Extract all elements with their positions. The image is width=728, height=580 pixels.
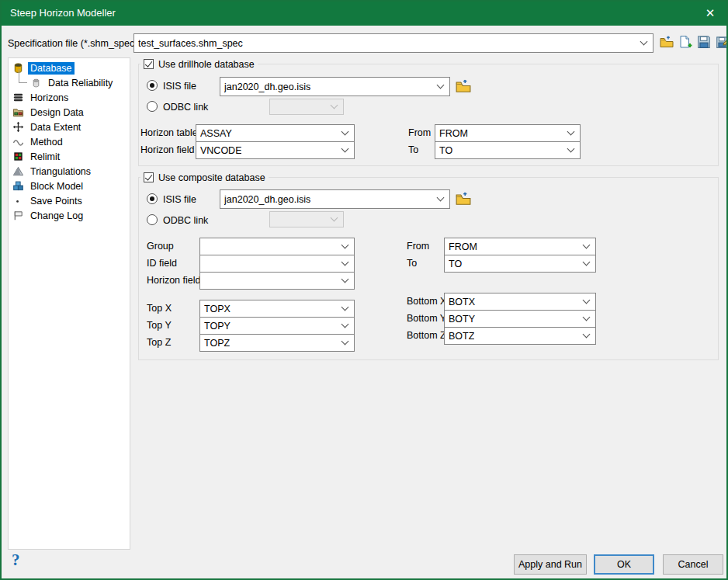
bottom-z-label: Bottom Z <box>407 330 446 342</box>
composite-odbc-combobox <box>269 211 344 227</box>
tree-item-label: Block Model <box>28 180 85 193</box>
spec-file-value: test_surfaces.shm_spec <box>138 38 243 49</box>
chevron-down-icon <box>567 128 575 136</box>
tree-item-label: Change Log <box>28 210 85 222</box>
chevron-down-icon <box>437 82 445 89</box>
top-x-label: Top X <box>147 303 172 314</box>
tree-item-data-reliability[interactable]: Data Reliability <box>9 75 130 90</box>
chevron-down-icon <box>331 214 338 222</box>
horizon-field-combobox[interactable]: VNCODE <box>196 141 355 159</box>
open-folder-icon[interactable] <box>659 34 674 50</box>
change-log-icon <box>12 210 24 221</box>
tree-item-triangulations[interactable]: Triangulations <box>9 164 130 179</box>
composite-to-combobox[interactable]: TO <box>444 255 596 273</box>
tree-item-label: Save Points <box>28 195 85 207</box>
chevron-down-icon <box>567 145 575 153</box>
tree-item-label: Horizons <box>28 92 71 104</box>
top-y-label: Top Y <box>147 320 172 332</box>
id-field-label: ID field <box>147 258 177 269</box>
drillhole-to-combobox[interactable]: TO <box>435 141 581 159</box>
tree-item-relimit[interactable]: Relimit <box>9 149 130 164</box>
chevron-down-icon <box>331 102 338 109</box>
checkbox-checked-icon[interactable] <box>144 172 154 182</box>
chevron-down-icon <box>437 194 445 202</box>
composite-horizon-field-combobox[interactable] <box>199 272 355 290</box>
bottom-x-combobox[interactable]: BOTX <box>444 293 596 311</box>
id-field-combobox[interactable] <box>199 255 355 273</box>
use-drillhole-checkbox[interactable]: Use drillhole database <box>140 58 258 70</box>
checkbox-checked-icon[interactable] <box>144 59 154 69</box>
sidebar-tree: Database Data Reliability Horizons Desig… <box>8 57 130 550</box>
chevron-down-icon <box>640 38 648 46</box>
ok-button[interactable]: OK <box>594 554 654 575</box>
chevron-down-icon <box>341 259 349 266</box>
apply-and-run-button[interactable]: Apply and Run <box>514 554 587 575</box>
tree-item-method[interactable]: Method <box>9 134 130 149</box>
top-x-combobox[interactable]: TOPX <box>199 300 355 318</box>
bottom-y-combobox[interactable]: BOTY <box>444 310 596 328</box>
tree-item-change-log[interactable]: Change Log <box>9 208 130 223</box>
bottom-y-value: BOTY <box>449 314 475 325</box>
drillhole-isis-file-value: jan2020_dh.geo.isis <box>224 82 310 92</box>
new-spec-icon[interactable] <box>678 34 693 50</box>
composite-isis-radio[interactable] <box>147 193 158 204</box>
title-bar[interactable]: Steep Horizon Modeller ✕ <box>0 0 728 26</box>
drillhole-isis-radio[interactable] <box>147 80 158 91</box>
tree-item-data-extent[interactable]: Data Extent <box>9 120 130 134</box>
top-x-value: TOPX <box>204 304 231 314</box>
data-extent-icon <box>12 121 24 133</box>
tree-item-block-model[interactable]: Block Model <box>9 179 130 193</box>
use-composite-checkbox[interactable]: Use composite database <box>140 172 269 183</box>
tree-item-label: Database <box>28 62 75 75</box>
composite-horizon-field-label: Horizon field <box>147 275 200 287</box>
close-icon[interactable]: ✕ <box>692 0 728 26</box>
save-as-icon[interactable] <box>715 34 728 50</box>
group-label: Group <box>147 241 174 252</box>
tree-item-save-points[interactable]: Save Points <box>9 193 130 208</box>
drillhole-from-value: FROM <box>439 128 468 139</box>
relimit-icon <box>12 151 24 162</box>
tree-item-horizons[interactable]: Horizons <box>9 90 130 105</box>
tree-item-label: Triangulations <box>28 165 93 178</box>
drillhole-isis-file-combobox[interactable]: jan2020_dh.geo.isis <box>220 77 450 96</box>
horizon-table-value: ASSAY <box>200 128 232 139</box>
cancel-button[interactable]: Cancel <box>663 554 723 575</box>
chevron-down-icon <box>341 128 349 136</box>
bottom-x-label: Bottom X <box>407 296 446 307</box>
horizon-table-combobox[interactable]: ASSAY <box>196 124 355 142</box>
group-combobox[interactable] <box>199 238 355 255</box>
tree-item-design-data[interactable]: Design Data <box>9 105 130 120</box>
chevron-down-icon <box>583 259 591 266</box>
top-z-combobox[interactable]: TOPZ <box>199 334 355 352</box>
bottom-z-combobox[interactable]: BOTZ <box>444 327 596 345</box>
spec-file-combobox[interactable]: test_surfaces.shm_spec <box>133 33 653 53</box>
chevron-down-icon <box>341 145 349 153</box>
bottom-x-value: BOTX <box>449 297 475 307</box>
composite-isis-file-combobox[interactable]: jan2020_dh.geo.isis <box>220 189 450 209</box>
composite-odbc-radio[interactable] <box>147 214 158 225</box>
help-button[interactable]: ? <box>12 550 20 570</box>
use-drillhole-label: Use drillhole database <box>158 59 255 70</box>
chevron-down-icon <box>583 297 591 304</box>
composite-isis-label: ISIS file <box>163 194 196 206</box>
database-gray-icon <box>30 77 42 89</box>
chevron-down-icon <box>341 304 349 311</box>
drillhole-to-value: TO <box>439 145 452 156</box>
composite-from-combobox[interactable]: FROM <box>444 238 596 255</box>
bottom-z-value: BOTZ <box>449 331 474 342</box>
tree-item-label: Method <box>28 136 65 148</box>
drillhole-odbc-radio[interactable] <box>147 101 158 112</box>
top-y-combobox[interactable]: TOPY <box>199 317 355 335</box>
save-icon[interactable] <box>696 34 712 50</box>
composite-odbc-label: ODBC link <box>163 215 208 227</box>
drillhole-isis-label: ISIS file <box>163 81 196 92</box>
drillhole-from-combobox[interactable]: FROM <box>435 124 581 142</box>
steep-horizon-modeller-dialog: Steep Horizon Modeller ✕ Specification f… <box>0 0 728 580</box>
chevron-down-icon <box>341 241 349 249</box>
chevron-down-icon <box>341 276 349 283</box>
composite-browse-folder-icon[interactable] <box>456 192 471 206</box>
horizon-field-label: Horizon field <box>140 144 194 156</box>
drillhole-browse-folder-icon[interactable] <box>456 79 471 93</box>
chevron-down-icon <box>583 331 591 339</box>
horizon-field-value: VNCODE <box>200 145 241 156</box>
